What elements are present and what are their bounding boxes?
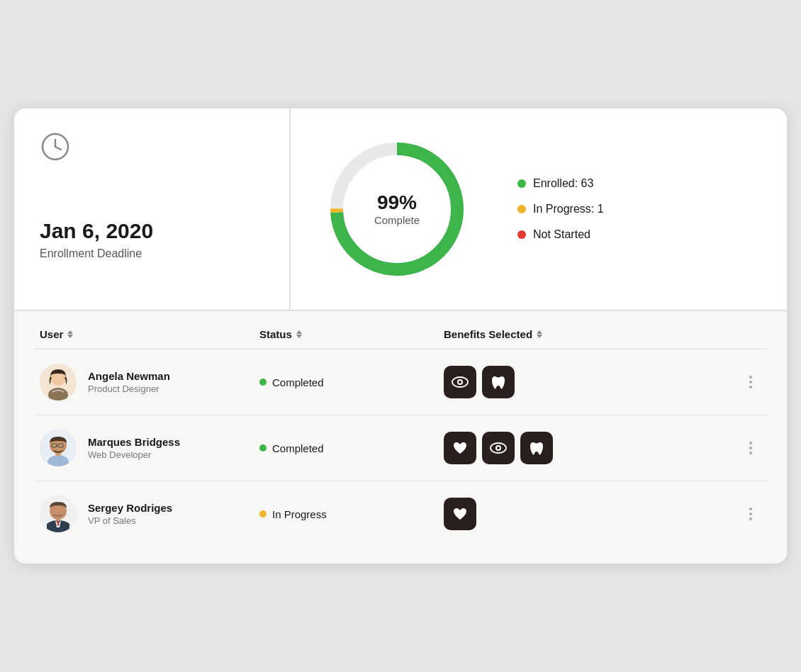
dental-benefit-icon bbox=[482, 366, 515, 398]
user-cell-sergey: Sergey Rodriges VP of Sales bbox=[40, 495, 259, 532]
not-started-dot bbox=[517, 230, 526, 239]
status-cell-sergey: In Progress bbox=[259, 508, 444, 520]
svg-line-2 bbox=[55, 147, 61, 150]
health-benefit-icon bbox=[444, 432, 476, 464]
in-progress-dot bbox=[517, 205, 526, 213]
donut-chart: 99% Complete bbox=[319, 131, 475, 287]
in-progress-label: In Progress: 1 bbox=[533, 203, 604, 215]
avatar-angela bbox=[40, 364, 77, 401]
benefits-sort-icon bbox=[537, 330, 542, 338]
user-role-angela: Product Designer bbox=[88, 383, 170, 394]
benefits-cell-marques bbox=[444, 432, 740, 464]
table-section: User Status Benefits Selected bbox=[14, 311, 787, 564]
legend-enrolled: Enrolled: 63 bbox=[517, 177, 604, 190]
row-menu-angela[interactable] bbox=[740, 376, 761, 388]
svg-point-21 bbox=[497, 447, 500, 449]
completed-dot-marques bbox=[259, 444, 267, 452]
in-progress-dot-sergey bbox=[259, 510, 267, 517]
table-row: Marques Bridgess Web Developer Completed bbox=[34, 415, 767, 481]
col-user-header[interactable]: User bbox=[40, 328, 259, 340]
clock-icon bbox=[40, 131, 71, 162]
user-cell-angela: Angela Newman Product Designer bbox=[40, 364, 259, 401]
col-benefits-header[interactable]: Benefits Selected bbox=[444, 328, 761, 340]
main-container: Jan 6, 2020 Enrollment Deadline 99% bbox=[14, 108, 787, 564]
table-header: User Status Benefits Selected bbox=[34, 328, 767, 349]
deadline-label: Enrollment Deadline bbox=[40, 247, 264, 260]
health-benefit-icon-2 bbox=[444, 498, 476, 530]
legend-in-progress: In Progress: 1 bbox=[517, 203, 604, 215]
dental-benefit-icon-2 bbox=[520, 432, 553, 464]
status-label-angela: Completed bbox=[272, 376, 324, 388]
benefits-cell-angela bbox=[444, 366, 740, 398]
status-sort-icon bbox=[296, 330, 302, 338]
user-role-marques: Web Developer bbox=[88, 449, 180, 460]
vision-benefit-icon-2 bbox=[482, 432, 515, 464]
status-cell-marques: Completed bbox=[259, 442, 444, 454]
user-name-sergey: Sergey Rodriges bbox=[88, 502, 172, 514]
deadline-card: Jan 6, 2020 Enrollment Deadline bbox=[14, 108, 291, 310]
status-cell-angela: Completed bbox=[259, 376, 444, 388]
row-menu-sergey[interactable] bbox=[740, 508, 761, 520]
status-label-sergey: In Progress bbox=[272, 508, 327, 520]
table-row: Sergey Rodriges VP of Sales In Progress bbox=[34, 481, 767, 547]
status-label-marques: Completed bbox=[272, 442, 324, 454]
user-sort-icon bbox=[67, 330, 73, 338]
row-menu-marques[interactable] bbox=[740, 442, 761, 454]
user-role-sergey: VP of Sales bbox=[88, 515, 172, 526]
deadline-date: Jan 6, 2020 bbox=[40, 219, 264, 243]
svg-point-11 bbox=[459, 381, 461, 383]
user-info-sergey: Sergey Rodriges VP of Sales bbox=[88, 502, 172, 526]
benefits-cell-sergey bbox=[444, 498, 740, 530]
user-cell-marques: Marques Bridgess Web Developer bbox=[40, 430, 259, 466]
avatar-marques bbox=[40, 430, 77, 466]
vision-benefit-icon bbox=[444, 366, 476, 398]
enrolled-label: Enrolled: 63 bbox=[533, 177, 593, 190]
not-started-label: Not Started bbox=[533, 228, 590, 241]
chart-card: 99% Complete Enrolled: 63 In Progress: 1… bbox=[291, 108, 787, 310]
legend-not-started: Not Started bbox=[517, 228, 604, 241]
avatar-sergey bbox=[40, 495, 77, 532]
user-info-marques: Marques Bridgess Web Developer bbox=[88, 436, 180, 460]
donut-center: 99% Complete bbox=[374, 191, 420, 227]
table-row: Angela Newman Product Designer Completed bbox=[34, 349, 767, 415]
user-info-angela: Angela Newman Product Designer bbox=[88, 370, 170, 394]
user-name-angela: Angela Newman bbox=[88, 370, 170, 382]
enrolled-dot bbox=[517, 179, 526, 188]
chart-legend: Enrolled: 63 In Progress: 1 Not Started bbox=[517, 177, 604, 241]
donut-label: Complete bbox=[374, 214, 420, 226]
top-section: Jan 6, 2020 Enrollment Deadline 99% bbox=[14, 108, 787, 311]
donut-percent: 99% bbox=[374, 191, 420, 214]
col-status-header[interactable]: Status bbox=[259, 328, 444, 340]
user-name-marques: Marques Bridgess bbox=[88, 436, 180, 448]
completed-dot-angela bbox=[259, 379, 267, 386]
